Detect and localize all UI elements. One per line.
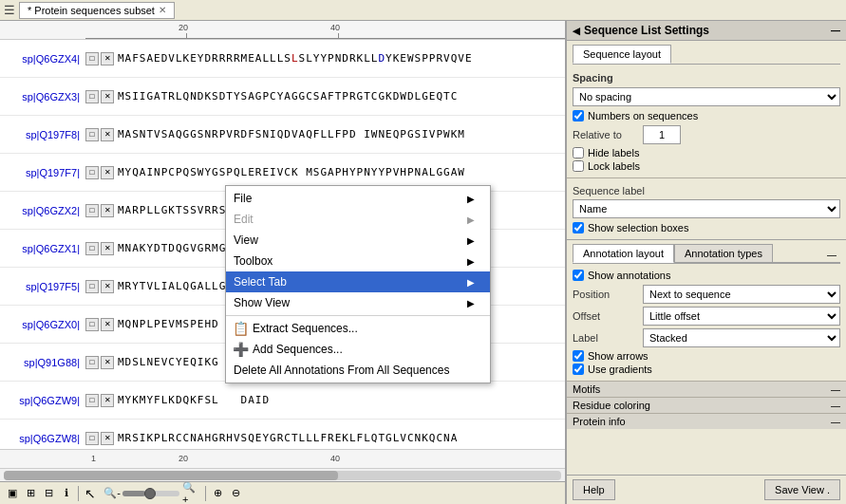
toolbar-grid-icon[interactable]: ⊟: [40, 485, 57, 502]
menu-item-delete-annotations[interactable]: Delete All Annotations From All Sequence…: [226, 360, 490, 381]
tab-annotation-types[interactable]: Annotation types: [674, 244, 773, 263]
position-select[interactable]: Next to sequence: [643, 285, 840, 304]
seq-icons: □ ✕: [85, 242, 114, 255]
toolbar-info-icon[interactable]: ℹ: [58, 485, 75, 502]
seq-label[interactable]: sp|Q6GZX0|: [0, 319, 85, 330]
zoom-slider[interactable]: [122, 491, 179, 496]
seq-x-btn[interactable]: ✕: [101, 432, 114, 445]
toolbar-select-icon[interactable]: ▣: [4, 485, 21, 502]
seq-label[interactable]: sp|Q6GZW9|: [0, 395, 85, 406]
show-arrows-checkbox[interactable]: [573, 350, 584, 362]
seq-x-btn[interactable]: ✕: [101, 166, 114, 179]
table-row: sp|Q6GZX3| □ ✕ MSIIGATRLQNDKSDTYSAGPCYAG…: [0, 78, 565, 116]
seq-label[interactable]: sp|Q197F5|: [0, 281, 85, 292]
zoom-out-btn[interactable]: 🔍-: [103, 485, 121, 502]
seq-eye-btn[interactable]: □: [85, 90, 99, 103]
menu-item-select-tab[interactable]: Select Tab ▶: [226, 271, 490, 292]
annotation-label-select[interactable]: Stacked: [643, 328, 840, 347]
seq-x-btn[interactable]: ✕: [101, 318, 114, 331]
seq-x-btn[interactable]: ✕: [101, 242, 114, 255]
seq-label[interactable]: sp|Q91G88|: [0, 357, 85, 368]
panel-minimize-icon[interactable]: —: [831, 26, 840, 36]
tab-annotation-layout[interactable]: Annotation layout: [573, 244, 674, 263]
motifs-label: Motifs: [573, 383, 600, 395]
show-arrows-row: Show arrows: [573, 350, 840, 362]
menu-item-view[interactable]: View ▶: [226, 230, 490, 251]
menu-item-toolbox[interactable]: Toolbox ▶: [226, 251, 490, 271]
annotation-tabs: Annotation layout Annotation types —: [573, 244, 840, 264]
zoom-thumb[interactable]: [144, 488, 156, 499]
seq-label[interactable]: sp|Q6GZW8|: [0, 433, 85, 444]
seq-label[interactable]: sp|Q197F8|: [0, 129, 85, 140]
toolbar-zoom-control: 🔍- 🔍+: [103, 485, 198, 502]
show-selection-label: Show selection boxes: [588, 222, 688, 233]
toolbar-sep-2: [205, 486, 206, 501]
seq-x-btn[interactable]: ✕: [101, 280, 114, 293]
save-view-button[interactable]: Save View .: [764, 479, 840, 500]
help-button[interactable]: Help: [573, 479, 615, 500]
show-selection-checkbox[interactable]: [573, 222, 584, 233]
zoom-in-btn[interactable]: 🔍+: [181, 485, 198, 502]
seq-icons: □ ✕: [85, 90, 114, 103]
menu-item-add[interactable]: ➕ Add Sequences...: [226, 339, 490, 360]
shrink-btn[interactable]: ⊖: [227, 485, 244, 502]
tab-sequence-layout[interactable]: Sequence layout: [573, 45, 671, 64]
seq-x-btn[interactable]: ✕: [101, 356, 114, 369]
seq-x-btn[interactable]: ✕: [101, 52, 114, 65]
protein-info-expand-icon[interactable]: —: [831, 417, 840, 427]
seq-label[interactable]: sp|Q6GZX3|: [0, 91, 85, 103]
seq-label-select[interactable]: Name: [573, 199, 840, 218]
seq-eye-btn[interactable]: □: [85, 432, 99, 445]
toolbar-cursor-icon[interactable]: ↖: [82, 485, 99, 502]
menu-item-file[interactable]: File ▶: [226, 188, 490, 209]
seq-x-btn[interactable]: ✕: [101, 204, 114, 217]
seq-eye-btn[interactable]: □: [85, 356, 99, 369]
hide-labels-checkbox[interactable]: [573, 147, 584, 159]
seq-eye-btn[interactable]: □: [85, 166, 99, 179]
offset-select[interactable]: Little offset: [643, 307, 840, 326]
hscrollbar[interactable]: [0, 468, 565, 481]
seq-eye-btn[interactable]: □: [85, 242, 99, 255]
offset-row: Offset Little offset: [573, 307, 840, 326]
toolbar-table-icon[interactable]: ⊞: [22, 485, 39, 502]
bottom-ruler: 1 20 40: [0, 449, 565, 468]
numbers-checkbox[interactable]: [573, 110, 584, 121]
context-menu: File ▶ Edit ▶ View ▶ Toolbox ▶ Select Ta…: [225, 185, 491, 383]
residue-expand-icon[interactable]: —: [831, 401, 840, 411]
show-annotations-checkbox[interactable]: [573, 270, 584, 281]
tab-close[interactable]: ✕: [159, 5, 166, 15]
seq-x-btn[interactable]: ✕: [101, 90, 114, 103]
spacing-select[interactable]: No spacing: [573, 87, 840, 106]
seq-eye-btn[interactable]: □: [85, 52, 99, 65]
seq-icons: □ ✕: [85, 318, 114, 331]
seq-eye-btn[interactable]: □: [85, 128, 99, 141]
position-row: Position Next to sequence: [573, 285, 840, 304]
annotation-section-minimize[interactable]: —: [827, 250, 837, 260]
seq-label[interactable]: sp|Q197F7|: [0, 167, 85, 178]
relative-to-label: Relative to: [573, 129, 639, 140]
seq-label[interactable]: sp|Q6GZX1|: [0, 243, 85, 254]
tab[interactable]: * Protein sequences subset ✕: [19, 2, 175, 19]
menu-separator: [226, 315, 490, 316]
motifs-expand-icon[interactable]: —: [831, 384, 840, 395]
menu-item-show-view[interactable]: Show View ▶: [226, 292, 490, 313]
use-gradients-checkbox[interactable]: [573, 364, 584, 375]
menu-item-edit[interactable]: Edit ▶: [226, 209, 490, 230]
seq-eye-btn[interactable]: □: [85, 394, 99, 407]
annotation-label-text: Label: [573, 332, 639, 344]
seq-eye-btn[interactable]: □: [85, 204, 99, 217]
menu-item-extract[interactable]: 📋 Extract Sequences...: [226, 318, 490, 339]
seq-label[interactable]: sp|Q6GZX4|: [0, 53, 85, 65]
expand-btn[interactable]: ⊕: [209, 485, 226, 502]
relative-to-input[interactable]: [643, 125, 681, 144]
seq-x-btn[interactable]: ✕: [101, 128, 114, 141]
panel-collapse-icon[interactable]: ◀: [573, 26, 580, 36]
seq-eye-btn[interactable]: □: [85, 318, 99, 331]
extract-icon: 📋: [232, 320, 249, 337]
lock-labels-checkbox[interactable]: [573, 160, 584, 172]
seq-label[interactable]: sp|Q6GZX2|: [0, 205, 85, 216]
seq-x-btn[interactable]: ✕: [101, 394, 114, 407]
ruler-label-20: 20: [179, 23, 188, 32]
seq-eye-btn[interactable]: □: [85, 280, 99, 293]
annotation-label-row: Label Stacked: [573, 328, 840, 347]
